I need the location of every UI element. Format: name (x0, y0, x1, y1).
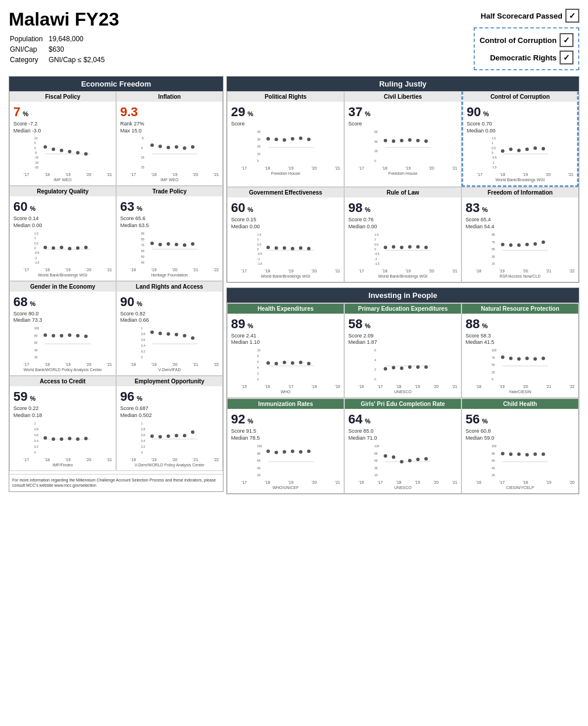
svg-text:5: 5 (141, 146, 143, 150)
svg-text:-0.5: -0.5 (374, 252, 380, 256)
svg-point-235 (392, 455, 395, 459)
svg-point-222 (266, 450, 270, 453)
metric-sub: Score 0.70Median 0.00 (467, 121, 573, 134)
metric-pct: % (365, 418, 370, 425)
svg-point-165 (408, 245, 412, 249)
metric-big-value: 7 (13, 105, 20, 120)
metric-cell: Health Expenditures89%Score 2.41Median 1… (227, 303, 344, 398)
svg-point-98 (158, 435, 162, 439)
metric-source: UNESCO (348, 486, 457, 490)
metric-title: Primary Education Expenditures (345, 304, 461, 314)
metric-big-value: 9.3 (120, 105, 138, 120)
metric-big-value: 90 (120, 294, 134, 310)
chart-area: 1.510.50-0.5-1-1.5 (348, 233, 457, 268)
svg-point-150 (283, 246, 286, 250)
chart-area: 6420 (348, 348, 457, 383)
investing-title: Investing in People (227, 288, 579, 303)
svg-point-88 (76, 437, 80, 441)
metric-value-row: 88% (466, 317, 575, 332)
metric-sub: Score 2.41Median 1.10 (231, 333, 340, 346)
svg-text:0.5: 0.5 (374, 242, 378, 246)
svg-point-102 (191, 430, 194, 434)
svg-text:-1.5: -1.5 (257, 262, 262, 265)
svg-point-124 (416, 139, 420, 142)
svg-text:15: 15 (492, 262, 495, 265)
svg-text:70: 70 (141, 243, 145, 247)
svg-point-75 (183, 334, 186, 337)
metric-title: Freedom of Information (462, 188, 578, 197)
population-label: Population (10, 34, 48, 44)
svg-text:-5: -5 (141, 136, 144, 140)
metric-source: World Bank/Brookings WGI (467, 178, 573, 182)
svg-text:1.5: 1.5 (492, 136, 496, 140)
metric-sub: Score (348, 121, 457, 128)
metric-source: IMF/Findex (13, 463, 112, 467)
metric-title: Health Expenditures (228, 304, 344, 314)
badge-democratic-rights-label: Democratic Rights (490, 53, 557, 62)
svg-point-200 (400, 366, 403, 370)
metric-title: Girls' Pri Edu Completion Rate (345, 399, 461, 409)
svg-point-12 (76, 151, 80, 154)
svg-point-87 (68, 437, 71, 440)
chart-area: 403020100 (231, 130, 340, 165)
metric-value-row: 92% (231, 412, 340, 427)
svg-text:1.5: 1.5 (374, 233, 378, 236)
svg-text:-1: -1 (34, 256, 37, 259)
x-axis-labels: '15'16'17'18'19 (231, 384, 340, 389)
chart-area: 11085603510 (348, 444, 457, 479)
svg-point-48 (167, 242, 170, 246)
metric-pct: % (136, 205, 142, 212)
metric-value-row: 56% (466, 412, 575, 427)
badge-control-corruption-label: Control of Corruption (479, 36, 557, 45)
svg-point-71 (150, 330, 154, 334)
svg-point-179 (542, 240, 545, 244)
chart-area: 1050-5-10-15-20 (13, 136, 112, 171)
metric-value-row: 64% (348, 412, 457, 427)
svg-text:0.5: 0.5 (257, 242, 261, 246)
x-axis-labels: '18'19'20'21'22 (466, 269, 575, 273)
metric-sub: Score -7.2Median -3.0 (13, 121, 112, 134)
svg-text:20: 20 (34, 355, 38, 358)
metric-value-row: 90% (467, 105, 573, 120)
svg-point-137 (525, 148, 529, 151)
chart-area: 10.80.60.40.20 (120, 326, 219, 361)
svg-text:0: 0 (257, 378, 259, 380)
metric-title: Political Rights (228, 92, 344, 102)
metric-source: WHO/UNICEF (231, 486, 340, 490)
svg-text:85: 85 (374, 451, 378, 455)
svg-point-138 (533, 146, 537, 150)
metric-sub: Rank 27%Max 15.0 (120, 121, 219, 134)
metric-big-value: 56 (466, 412, 479, 427)
svg-text:90: 90 (141, 232, 145, 235)
metric-cell: Rule of Law98%Score 0.76Median 0.001.510… (344, 187, 461, 282)
svg-text:60: 60 (141, 249, 145, 253)
svg-point-202 (416, 365, 420, 369)
svg-point-249 (525, 453, 529, 457)
metric-sub: Score 65.4Median 54.4 (466, 217, 575, 230)
svg-text:75: 75 (492, 240, 495, 243)
chart-area: 1086420 (231, 348, 340, 383)
metric-value-row: 37% (348, 105, 457, 120)
metric-sub: Score 0.82Median 0.66 (120, 311, 219, 324)
svg-point-109 (266, 137, 270, 141)
svg-text:0.5: 0.5 (34, 241, 38, 245)
svg-text:1.5: 1.5 (34, 232, 38, 235)
svg-text:0.4: 0.4 (34, 439, 38, 443)
svg-text:1.5: 1.5 (257, 233, 261, 236)
chart-area: 1.510.50-0.5-1-1.5 (467, 136, 573, 171)
svg-text:0: 0 (374, 378, 376, 380)
x-axis-labels: '17'18'19'20'21 (231, 480, 340, 484)
metric-value-row: 59% (13, 389, 112, 404)
badge-control-corruption-check: ✓ (560, 33, 573, 47)
metric-cell: Gender in the Economy68%Score 80.0Median… (9, 281, 116, 376)
svg-text:-1.5: -1.5 (374, 262, 380, 265)
metric-source: Freedom House (231, 171, 340, 175)
metric-pct: % (247, 110, 253, 117)
metric-source: Yale/CIESIN (466, 390, 575, 394)
svg-text:60: 60 (492, 459, 495, 462)
svg-point-223 (275, 451, 278, 454)
svg-text:4: 4 (374, 358, 376, 362)
metric-cell: Primary Education Expenditures58%Score 2… (344, 303, 461, 398)
svg-text:0: 0 (141, 451, 143, 454)
x-axis-labels: '17'18'19'20'21 (120, 172, 219, 177)
